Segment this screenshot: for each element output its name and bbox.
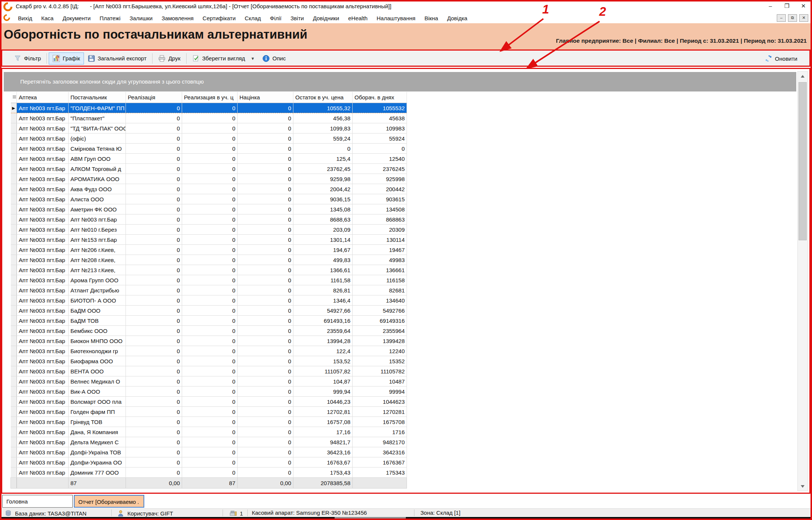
column-header[interactable]: Націнка [238, 92, 293, 103]
table-row[interactable]: Апт №003 пгт.БарБиокон МНПО ООО00013994,… [11, 336, 407, 346]
table-row[interactable]: Апт №003 пгт.БарАрома Групп ООО0001161,5… [11, 275, 407, 285]
menu-item[interactable]: Налаштування [372, 15, 420, 21]
table-row[interactable]: Апт №003 пгт.БарБиотехнолоджи гр000122,4… [11, 346, 407, 356]
footer-cell: 2078385,58 [293, 478, 353, 489]
menu-item[interactable]: Платежі [95, 15, 125, 21]
toolbar-separator [152, 53, 153, 64]
save-view-button[interactable]: Зберегти вигляд▼ [188, 52, 259, 64]
column-header[interactable]: Аптека [17, 92, 69, 103]
menu-item[interactable]: Звіти [286, 15, 308, 21]
table-row[interactable]: Апт №003 пгт.БарСмірнова Тетяна Ю00000 [11, 144, 407, 154]
table-row[interactable]: Апт №003 пгт.БарДолфі-Україна ТОВ0003642… [11, 447, 407, 457]
table-row[interactable]: Апт №003 пгт.БарБембикс ООО00023559,6423… [11, 326, 407, 336]
table-row[interactable]: Апт №003 пгт.БарАРОМАТИКА ООО0009259,989… [11, 174, 407, 184]
menu-item[interactable]: Філії [265, 15, 286, 21]
chevron-down-icon[interactable]: ▼ [251, 56, 255, 61]
table-row[interactable]: Апт №003 пгт.Бар(офіс)000559,2455924 [11, 133, 407, 144]
table-row[interactable]: Апт №003 пгт.БарДельта Медикел С00094821… [11, 437, 407, 447]
info-button[interactable]: Опис [259, 52, 290, 64]
scrollbar-thumb[interactable] [799, 82, 807, 240]
table-row[interactable]: Апт №003 пгт.БарАтлант Дистрибью000826,8… [11, 285, 407, 295]
table-row[interactable]: Апт №003 пгт.БарАпт №213 г.Киев,0001366,… [11, 265, 407, 275]
group-by-panel[interactable]: Перетягніть заголовок колонки сюди для у… [4, 72, 796, 91]
menu-item[interactable]: eHealth [344, 15, 372, 21]
export-button[interactable]: Загальний експорт [84, 52, 151, 64]
cell: Апт №003 пгт.Бар [17, 346, 69, 356]
cash-register-label: Касовий апарат: Samsung ER-350 №123456 [252, 510, 367, 516]
toolbar-buttons: ФільтрГрафікЗагальний експортДрукЗберегт… [10, 52, 290, 64]
cell: Апт №003 пгт.Бар [17, 164, 69, 174]
minimize-button[interactable]: – [765, 2, 776, 10]
table-row[interactable]: Апт №003 пгт.БарАпт №206 г.Киев,000194,6… [11, 245, 407, 255]
cell: 0 [238, 275, 293, 285]
refresh-button[interactable]: Оновити [761, 52, 801, 64]
column-header[interactable]: Реалізація [126, 92, 182, 103]
table-row[interactable]: Апт №003 пгт.БарБаДМ ООО00054927,6654927… [11, 306, 407, 316]
menu-item[interactable]: Вікна [420, 15, 443, 21]
chart-button[interactable]: Графік [49, 52, 84, 64]
table-row[interactable]: Апт №003 пгт.Бар"Пластпакет"000456,38456… [11, 113, 407, 123]
child-close-button[interactable]: ✕ [799, 14, 808, 22]
close-button[interactable]: ✕ [798, 2, 809, 10]
cell: 0 [238, 174, 293, 184]
toolbar-button-label: Опис [272, 55, 286, 61]
cell: 8688,63 [293, 214, 353, 225]
cell: 0 [238, 214, 293, 225]
menu-item[interactable]: Замовлення [157, 15, 198, 21]
column-header[interactable]: Постачальник [69, 92, 126, 103]
table-row[interactable]: Апт №003 пгт.БарВолсмарт ООО пла00010446… [11, 397, 407, 407]
cell: 0 [238, 346, 293, 356]
tab[interactable]: Головна [2, 495, 73, 508]
table-row[interactable]: Апт №003 пгт.Бар"ТД "ВИТА-ПАК" ООО000109… [11, 123, 407, 133]
menu-item[interactable]: Склад [240, 15, 265, 21]
row-indicator-header [11, 92, 17, 103]
scroll-up-arrow-icon[interactable] [798, 72, 808, 81]
column-header[interactable]: Реализация в уч. ц [182, 92, 238, 103]
table-row[interactable]: Апт №003 пгт.БарАпт №010 г.Берез000203,0… [11, 225, 407, 235]
table-row[interactable]: ▶Апт №003 пгт.Бар"ГОЛДЕН-ФАРМ" ПП0001055… [11, 103, 407, 113]
cell: 0 [238, 225, 293, 235]
print-button[interactable]: Друк [154, 52, 184, 64]
table-row[interactable]: Апт №003 пгт.БарВЕНТА ООО000111057,82111… [11, 366, 407, 376]
menu-item[interactable]: Вихід [13, 15, 37, 21]
table-row[interactable]: Апт №003 пгт.БарДоминик 777 ООО0001753,4… [11, 468, 407, 478]
column-header[interactable]: Оборач. в днях [353, 92, 407, 103]
table-row[interactable]: Апт №003 пгт.БарАпт №208 г.Киев,000499,8… [11, 255, 407, 265]
cell: 1055532 [353, 103, 407, 113]
menu-item[interactable]: Каса [37, 15, 58, 21]
table-row[interactable]: Апт №003 пгт.БарАлиста ООО0009036,159036… [11, 194, 407, 204]
menu-item[interactable]: Довідники [308, 15, 344, 21]
table-row[interactable]: Апт №003 пгт.БарАВМ Груп ООО000125,41254… [11, 154, 407, 164]
table-row[interactable]: Апт №003 пгт.БарДана, Я Компания00017,16… [11, 427, 407, 437]
table-row[interactable]: Апт №003 пгт.БарАметрин ФК ООО0001345,08… [11, 204, 407, 214]
table-row[interactable]: Апт №003 пгт.БарАЛКОМ Торговый д00023762… [11, 164, 407, 174]
row-indicator [11, 427, 17, 437]
cell: 0 [182, 154, 238, 164]
child-minimize-button[interactable]: – [777, 14, 786, 22]
table-row[interactable]: Апт №003 пгт.БарДолфи-Украина ОО00016763… [11, 457, 407, 468]
menu-item[interactable]: Документи [58, 15, 95, 21]
restore-button[interactable]: ❐ [781, 2, 793, 10]
tab[interactable]: Отчет [Оборачиваемо . [74, 495, 144, 508]
table-row[interactable]: Апт №003 пгт.БарГолден фарм ПП00012702,8… [11, 407, 407, 417]
table-row[interactable]: Апт №003 пгт.БарБиофарма ООО000153,52153… [11, 356, 407, 366]
table-row[interactable]: Апт №003 пгт.БарВелнес Медикал О000104,8… [11, 376, 407, 387]
column-header[interactable]: Остаток в уч. цена [293, 92, 353, 103]
table-row[interactable]: Апт №003 пгт.БарАпт №153 пгт.Бар0001301,… [11, 235, 407, 245]
menu-item[interactable]: Сертифікати [198, 15, 240, 21]
cell: 0 [126, 235, 182, 245]
table-row[interactable]: Апт №003 пгт.БарАква Фудз ООО0002004,422… [11, 184, 407, 194]
table-row[interactable]: Апт №003 пгт.БарВик-А ООО000999,9499994 [11, 387, 407, 397]
table-row[interactable]: Апт №003 пгт.БарГрінвуд ТОВ00016757,0816… [11, 417, 407, 427]
filter-button[interactable]: Фільтр [10, 52, 45, 64]
table-row[interactable]: Апт №003 пгт.БарБИОТОП- А ООО0001346,413… [11, 295, 407, 306]
menu-item[interactable]: Залишки [125, 15, 157, 21]
vertical-scrollbar[interactable] [797, 71, 808, 491]
child-restore-button[interactable]: ⧉ [788, 14, 797, 22]
scroll-down-arrow-icon[interactable] [798, 482, 808, 491]
table-row[interactable]: Апт №003 пгт.БарБаДМ ТОВ000691493,166914… [11, 316, 407, 326]
cell: Апт №003 пгт.Бар [17, 457, 69, 468]
cell: 0 [238, 397, 293, 407]
menu-item[interactable]: Довідка [443, 15, 472, 21]
table-row[interactable]: Апт №003 пгт.БарАпт №003 пгт.Бар0008688,… [11, 214, 407, 225]
